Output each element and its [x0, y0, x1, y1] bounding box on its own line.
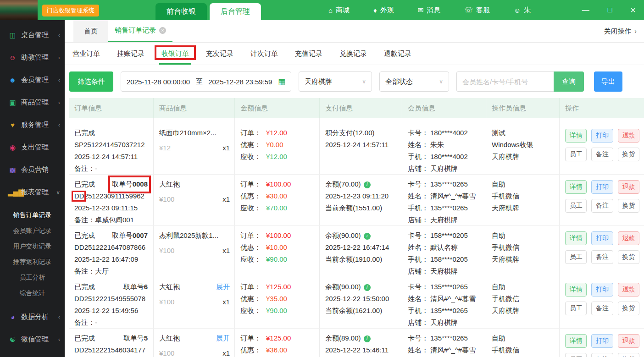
refund-button[interactable]: 退款 [618, 231, 639, 245]
detail-button[interactable]: 详情 [565, 180, 587, 194]
operator-store: 天府棋牌 [492, 305, 555, 317]
expand-link[interactable]: 展开 [216, 281, 230, 293]
sidebar-submenu-item[interactable]: 销售订单记录 [0, 208, 65, 223]
sidebar-item[interactable]: ◕ 数据分析 ‹ [0, 306, 65, 328]
col-order-info: 订单信息 [69, 98, 154, 118]
refund-button[interactable]: 退款 [618, 129, 639, 143]
minimize-button[interactable]: — [582, 6, 589, 14]
titlebar-menu-item[interactable]: ☏ 客服 [464, 6, 490, 15]
detail-button[interactable]: 详情 [565, 283, 587, 297]
export-button[interactable]: 导出 [594, 71, 622, 92]
detail-button[interactable]: 详情 [565, 334, 587, 348]
sidebar-item[interactable]: ◫ 桌台管理 ‹ [0, 24, 65, 46]
main-nav-tab[interactable]: 后台管理 [210, 3, 261, 20]
member-search-input[interactable] [456, 71, 554, 92]
titlebar-menu-item[interactable]: ⌂ 商城 [328, 6, 350, 15]
refund-button[interactable]: 退款 [618, 283, 639, 297]
expand-link[interactable]: 展开 [216, 332, 230, 344]
order-type-tab[interactable]: 挂账记录 [117, 43, 144, 65]
info-icon[interactable]: i [364, 335, 371, 342]
breadcrumb-tab-active[interactable]: 销售订单记录 × [108, 20, 172, 42]
titlebar-menu-item[interactable]: ♦ 外观 [373, 6, 394, 15]
close-tab-icon[interactable]: × [159, 27, 166, 34]
info-icon[interactable]: i [364, 181, 371, 188]
pickup-number: 取单号0007 [112, 230, 148, 242]
store-select[interactable]: 天府棋牌 ∨ [299, 71, 372, 92]
print-button[interactable]: 打印 [591, 283, 613, 297]
staff-button[interactable]: 员工 [565, 353, 587, 357]
print-button[interactable]: 打印 [591, 180, 613, 194]
order-type-tab[interactable]: 退款记录 [384, 43, 411, 65]
order-type-tab[interactable]: 充值记录 [295, 43, 322, 65]
order-type-tab[interactable]: 兑换记录 [339, 43, 367, 65]
detail-button[interactable]: 详情 [565, 231, 587, 245]
sidebar-item[interactable]: ☺ 助教管理 ‹ [0, 46, 65, 69]
titlebar-menu-item[interactable]: ☺ 朱 [514, 6, 531, 15]
info-icon[interactable]: i [364, 284, 371, 291]
sidebar-item[interactable]: ◉ 支出管理 [0, 136, 65, 159]
sidebar-submenu-item[interactable]: 会员账户记录 [0, 223, 65, 239]
print-button[interactable]: 打印 [591, 334, 613, 348]
amount-receivable-label: 应收： [240, 151, 266, 163]
exchange-button[interactable]: 换货 [618, 148, 639, 161]
remark-button[interactable]: 备注 [591, 353, 613, 357]
remark-button[interactable]: 备注 [591, 302, 613, 315]
exchange-button[interactable]: 换货 [618, 302, 639, 315]
restore-button[interactable]: □ [608, 6, 612, 14]
query-button[interactable]: 查询 [554, 71, 584, 92]
remark-button[interactable]: 备注 [591, 199, 613, 213]
exchange-button[interactable]: 换货 [618, 250, 639, 264]
sidebar-item[interactable]: ◎ 系统设置 [0, 351, 65, 357]
member-card: 135****0265 [430, 180, 468, 188]
sidebar-item[interactable]: ☻ 会员管理 ‹ [0, 69, 65, 91]
main-nav-tab[interactable]: 前台收银 [155, 3, 207, 20]
assistant-icon: ☺ [8, 54, 17, 61]
refund-button[interactable]: 退款 [618, 180, 639, 194]
breadcrumb-tab-home[interactable]: 首页 [73, 20, 108, 42]
status-select[interactable]: 全部状态 ∨ [379, 71, 449, 92]
order-type-tab[interactable]: 营业订单 [72, 43, 100, 65]
sidebar-item[interactable]: ▣ 商品管理 ‹ [0, 91, 65, 114]
sidebar-submenu-item[interactable]: 用户交班记录 [0, 239, 65, 254]
order-number: DD2512221647087866 [74, 242, 149, 253]
remark-button[interactable]: 备注 [591, 148, 613, 161]
exchange-button[interactable]: 换货 [618, 199, 639, 213]
member-search-group: 查询 [456, 71, 584, 92]
print-button[interactable]: 打印 [591, 129, 613, 143]
calendar-icon[interactable]: ▦ [278, 77, 285, 87]
order-info-cell: 已完成 取单号0007 DD2512221647087866 2025-12-2… [69, 226, 154, 277]
filter-condition-button[interactable]: 筛选条件 [69, 71, 113, 92]
product-name: 大红袍 [159, 281, 180, 293]
date-range-picker[interactable]: 2025-11-28 00:00:00 至 2025-12-28 23:59:5… [121, 71, 291, 92]
order-status: 已完成 [74, 281, 95, 293]
remark-button[interactable]: 备注 [591, 250, 613, 264]
sidebar-item[interactable]: ▩ 会员营销 [0, 159, 65, 181]
appearance-icon: ♦ [373, 6, 377, 14]
staff-button[interactable]: 员工 [565, 199, 587, 213]
order-type-tab[interactable]: 收银订单 [161, 43, 189, 65]
order-number-prefix: DD [74, 192, 84, 200]
order-type-tab[interactable]: 计次订单 [250, 43, 278, 65]
sidebar-item[interactable]: ▂▅▇ 报表管理 ∨ [0, 181, 65, 203]
sidebar-submenu-item[interactable]: 员工分析 [0, 270, 65, 286]
sidebar-item[interactable]: ♥ 服务管理 ‹ [0, 114, 65, 136]
staff-button[interactable]: 员工 [565, 302, 587, 315]
staff-button[interactable]: 员工 [565, 250, 587, 264]
close-operations-button[interactable]: 关闭操作 › [604, 20, 644, 42]
detail-button[interactable]: 详情 [565, 129, 587, 143]
print-button[interactable]: 打印 [591, 231, 613, 245]
info-icon[interactable]: i [364, 233, 371, 240]
sidebar-submenu-item[interactable]: 推荐返利记录 [0, 254, 65, 270]
staff-button[interactable]: 员工 [565, 148, 587, 161]
payment-balance: 当前余额(1551.00) [325, 202, 397, 214]
order-type-tab[interactable]: 充次记录 [206, 43, 233, 65]
sidebar-item[interactable]: ☯ 微信管理 ‹ [0, 328, 65, 351]
chevron-icon: ‹ [58, 99, 60, 106]
sidebar-submenu-item[interactable]: 综合统计 [0, 286, 65, 301]
close-button[interactable]: × [630, 5, 636, 15]
order-remark: 备注：卓威包间001 [74, 214, 149, 225]
refund-button[interactable]: 退款 [618, 334, 639, 348]
titlebar-menu-item[interactable]: ✉ 消息 [418, 6, 441, 15]
exchange-button[interactable]: 换货 [618, 353, 639, 357]
date-end: 2025-12-28 23:59:59 [208, 78, 272, 86]
